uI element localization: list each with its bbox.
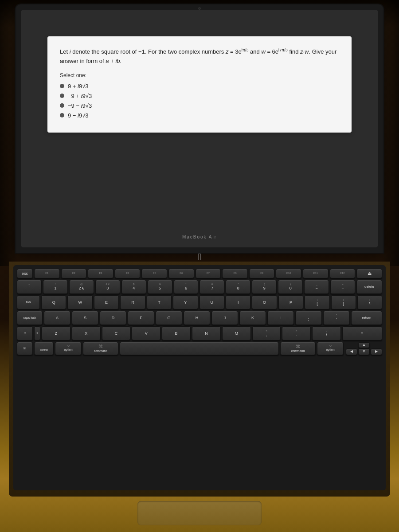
right-shadow	[381, 0, 399, 266]
arrow-keys: ▲ ◀ ▼ ▶	[346, 342, 382, 355]
key-x[interactable]: X	[72, 326, 101, 340]
key-fn[interactable]: fn	[17, 342, 33, 355]
key-o[interactable]: O	[252, 295, 277, 309]
key-f12[interactable]: F12	[330, 269, 356, 278]
shift-row: ⇧ § Z X C V B N M <, >. ?/	[17, 326, 382, 340]
key-minus[interactable]: _−	[304, 280, 329, 294]
answer-text-a: 9 + i9√3	[68, 83, 89, 90]
key-f1[interactable]: F1	[34, 269, 60, 278]
key-bracket-right[interactable]: }]	[331, 295, 356, 309]
key-b[interactable]: B	[162, 326, 191, 340]
key-w[interactable]: W	[67, 295, 92, 309]
key-3[interactable]: £ #3	[95, 280, 120, 294]
key-r[interactable]: R	[120, 295, 145, 309]
key-z[interactable]: Z	[42, 326, 70, 340]
key-f6[interactable]: F6	[168, 269, 194, 278]
key-f4[interactable]: F4	[115, 269, 141, 278]
key-section[interactable]: §	[34, 326, 40, 340]
key-y[interactable]: Y	[173, 295, 198, 309]
key-f9[interactable]: F9	[249, 269, 275, 278]
key-slash[interactable]: ?/	[312, 326, 341, 340]
key-h[interactable]: H	[184, 311, 210, 325]
key-command-right[interactable]: ⌘ command	[280, 342, 316, 355]
key-s[interactable]: S	[72, 311, 98, 325]
key-option-right[interactable]: ⌥ option	[317, 342, 344, 355]
key-backtick[interactable]: ~`	[17, 280, 42, 294]
key-t[interactable]: T	[147, 295, 172, 309]
key-shift-right[interactable]: ⇧	[342, 326, 382, 340]
key-f[interactable]: F	[128, 311, 154, 325]
answer-option-d[interactable]: 9 − i9√3	[60, 112, 339, 119]
screen-display: Let i denote the square root of −1. For …	[21, 10, 378, 247]
answer-text-c: −9 − i9√3	[68, 102, 92, 109]
key-control-left[interactable]: ⌃ control	[34, 342, 54, 355]
key-4[interactable]: $4	[121, 280, 146, 294]
key-arrow-left[interactable]: ◀	[346, 348, 357, 355]
key-semicolon[interactable]: :;	[295, 311, 322, 325]
select-one-label: Select one:	[60, 72, 339, 78]
answer-option-b[interactable]: −9 + i9√3	[60, 93, 339, 99]
key-delete[interactable]: delete	[356, 280, 382, 294]
left-shadow	[0, 0, 18, 266]
tab-row: tab Q W E R T Y U I O P {[ }] |\	[17, 295, 382, 309]
key-f10[interactable]: F10	[276, 269, 301, 278]
key-power[interactable]: ⏏	[356, 269, 382, 278]
key-quote[interactable]: "'	[323, 311, 350, 325]
key-bracket-left[interactable]: {[	[305, 295, 329, 309]
number-row: ~` !1 @2 € £ #3 $4 %5 ^6	[17, 280, 382, 294]
key-p[interactable]: P	[278, 295, 303, 309]
key-period[interactable]: >.	[282, 326, 311, 340]
trackpad[interactable]	[137, 501, 262, 525]
key-c[interactable]: C	[102, 326, 131, 340]
answer-option-c[interactable]: −9 − i9√3	[60, 102, 339, 109]
key-j[interactable]: J	[211, 311, 238, 325]
key-tab[interactable]: tab	[17, 295, 40, 309]
key-shift-left[interactable]: ⇧	[17, 326, 33, 340]
key-f5[interactable]: F5	[141, 269, 167, 278]
key-capslock[interactable]: caps lock	[17, 311, 43, 325]
key-command-left[interactable]: ⌘ command	[83, 342, 118, 355]
key-8[interactable]: *8	[226, 280, 250, 294]
key-q[interactable]: Q	[41, 295, 66, 309]
key-5[interactable]: %5	[148, 280, 172, 294]
key-k[interactable]: K	[239, 311, 266, 325]
key-option-left[interactable]: ⌥ option	[55, 342, 82, 355]
quiz-area: Let i denote the square root of −1. For …	[47, 36, 352, 133]
key-arrow-up[interactable]: ▲	[358, 342, 370, 348]
key-7[interactable]: &7	[200, 280, 224, 294]
answer-option-a[interactable]: 9 + i9√3	[60, 83, 339, 90]
key-return[interactable]: return	[351, 311, 382, 325]
keyboard-inner: esc F1 F2 F3 F4 F5 F6 F7 F8 F9 F10 F11 F…	[13, 265, 386, 490]
screen-bezel: Let i denote the square root of −1. For …	[16, 4, 383, 253]
key-6[interactable]: ^6	[174, 280, 199, 294]
key-f2[interactable]: F2	[61, 269, 87, 278]
key-equals[interactable]: +=	[330, 280, 355, 294]
key-f8[interactable]: F8	[222, 269, 248, 278]
bottom-row: fn ⌃ control ⌥ option ⌘ command	[17, 342, 382, 355]
key-comma[interactable]: <,	[252, 326, 281, 340]
key-d[interactable]: D	[100, 311, 126, 325]
key-backslash[interactable]: |\	[357, 295, 382, 309]
key-u[interactable]: U	[200, 295, 224, 309]
key-f7[interactable]: F7	[196, 269, 221, 278]
key-i[interactable]: I	[226, 295, 250, 309]
key-g[interactable]: G	[156, 311, 182, 325]
key-9[interactable]: (9	[252, 280, 277, 294]
bullet-d	[60, 113, 64, 117]
caps-row: caps lock A S D F G H J K L :; "' return	[17, 311, 382, 325]
key-f11[interactable]: F11	[303, 269, 329, 278]
key-a[interactable]: A	[44, 311, 70, 325]
key-0[interactable]: )0	[278, 280, 303, 294]
key-1[interactable]: !1	[43, 280, 68, 294]
key-arrow-right[interactable]: ▶	[371, 348, 382, 355]
key-v[interactable]: V	[132, 326, 160, 340]
key-f3[interactable]: F3	[88, 269, 113, 278]
key-2[interactable]: @2 €	[69, 280, 94, 294]
key-space[interactable]	[120, 342, 279, 355]
key-n[interactable]: N	[192, 326, 221, 340]
key-l[interactable]: L	[267, 311, 294, 325]
key-e[interactable]: E	[94, 295, 119, 309]
key-esc[interactable]: esc	[17, 269, 33, 278]
key-m[interactable]: M	[222, 326, 251, 340]
key-arrow-down[interactable]: ▼	[358, 348, 370, 355]
